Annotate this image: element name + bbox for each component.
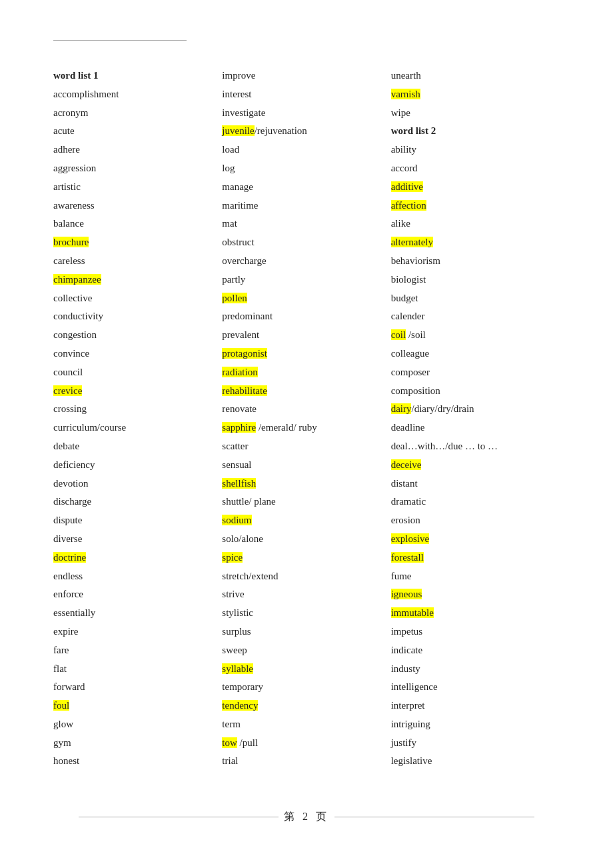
list-item: strive: [222, 586, 390, 603]
list-item: affection: [391, 197, 560, 215]
list-item: juvenile/rejuvenation: [222, 123, 390, 140]
list-item: crevice: [53, 383, 222, 400]
list-item: composition: [391, 383, 560, 400]
list-item: surplus: [222, 623, 390, 641]
list-item: devotion: [53, 475, 222, 493]
list-item: debate: [53, 438, 222, 455]
list-item: awareness: [53, 197, 222, 215]
list-item: expire: [53, 623, 222, 641]
list-item: obstruct: [222, 234, 390, 251]
list-item: shuttle/ plane: [222, 493, 390, 511]
list-item: maritime: [222, 197, 390, 215]
list-item: aggression: [53, 160, 222, 177]
list-item: discharge: [53, 493, 222, 511]
list-item: fume: [391, 568, 560, 585]
list-item: balance: [53, 215, 222, 233]
list-item: explosive: [391, 531, 560, 548]
list-item: careless: [53, 253, 222, 270]
list-item: partly: [222, 271, 390, 289]
list-item: renovate: [222, 401, 390, 418]
list-item: stylistic: [222, 605, 390, 622]
list-item: council: [53, 364, 222, 381]
list-item: shellfish: [222, 475, 390, 493]
list-item: temporary: [222, 679, 390, 696]
column-1: word list 1accomplishmentacronymacuteadh…: [53, 67, 222, 770]
list-item: congestion: [53, 327, 222, 344]
word-columns: word list 1accomplishmentacronymacuteadh…: [53, 67, 560, 770]
list-item: impetus: [391, 623, 560, 641]
list-item: deficiency: [53, 457, 222, 474]
list-item: calender: [391, 308, 560, 325]
bottom-line-right: [334, 817, 534, 817]
list-item: dairy/diary/dry/drain: [391, 401, 560, 418]
list-item: indicate: [391, 642, 560, 659]
list-item: tow /pull: [222, 735, 390, 752]
list-item: protagonist: [222, 345, 390, 363]
list-item: unearth: [391, 67, 560, 85]
list-item: distant: [391, 475, 560, 493]
page-label: 第 2 页: [284, 810, 329, 824]
list-item: load: [222, 141, 390, 159]
list-item: foul: [53, 697, 222, 715]
list-item: adhere: [53, 141, 222, 159]
list-item: glow: [53, 716, 222, 733]
list-item: forward: [53, 679, 222, 696]
list-item: accomplishment: [53, 86, 222, 103]
list-item: ability: [391, 141, 560, 159]
list-item: prevalent: [222, 327, 390, 344]
list-item: deceive: [391, 457, 560, 474]
list-item: sensual: [222, 457, 390, 474]
list-item: intriguing: [391, 716, 560, 733]
list-item: curriculum/course: [53, 419, 222, 437]
list-item: investigate: [222, 105, 390, 122]
list-item: erosion: [391, 512, 560, 529]
list-item: rehabilitate: [222, 383, 390, 400]
list-item: conductivity: [53, 308, 222, 325]
list-item: word list 2: [391, 123, 560, 140]
list-item: dispute: [53, 512, 222, 529]
list-item: dramatic: [391, 493, 560, 511]
footer: 第 2 页: [53, 810, 560, 824]
list-item: sapphire /emerald/ ruby: [222, 419, 390, 437]
list-item: acronym: [53, 105, 222, 122]
list-item: deadline: [391, 419, 560, 437]
list-item: solo/alone: [222, 531, 390, 548]
list-item: intelligence: [391, 679, 560, 696]
list-item: biologist: [391, 271, 560, 289]
list-item: chimpanzee: [53, 271, 222, 289]
list-item: overcharge: [222, 253, 390, 270]
list-item: term: [222, 716, 390, 733]
list-item: predominant: [222, 308, 390, 325]
list-item: scatter: [222, 438, 390, 455]
list-item: doctrine: [53, 549, 222, 567]
list-item: flat: [53, 661, 222, 678]
list-item: manage: [222, 179, 390, 196]
list-item: brochure: [53, 234, 222, 251]
bottom-line-left: [79, 817, 279, 817]
list-item: acute: [53, 123, 222, 140]
list-item: alike: [391, 215, 560, 233]
list-item: syllable: [222, 661, 390, 678]
list-item: crossing: [53, 401, 222, 418]
list-item: collective: [53, 290, 222, 307]
list-item: honest: [53, 753, 222, 770]
list-item: fare: [53, 642, 222, 659]
list-item: artistic: [53, 179, 222, 196]
list-item: diverse: [53, 531, 222, 548]
list-item: log: [222, 160, 390, 177]
list-item: igneous: [391, 586, 560, 603]
list-item: interpret: [391, 697, 560, 715]
list-item: pollen: [222, 290, 390, 307]
list-item: varnish: [391, 86, 560, 103]
list-item: immutable: [391, 605, 560, 622]
page-container: word list 1accomplishmentacronymacuteadh…: [0, 0, 613, 868]
list-item: stretch/extend: [222, 568, 390, 585]
column-3: unearthvarnishwipeword list 2abilityacco…: [391, 67, 560, 770]
list-item: industy: [391, 661, 560, 678]
list-item: radiation: [222, 364, 390, 381]
list-item: legislative: [391, 753, 560, 770]
list-item: coil /soil: [391, 327, 560, 344]
list-item: mat: [222, 215, 390, 233]
list-item: wipe: [391, 105, 560, 122]
list-item: convince: [53, 345, 222, 363]
